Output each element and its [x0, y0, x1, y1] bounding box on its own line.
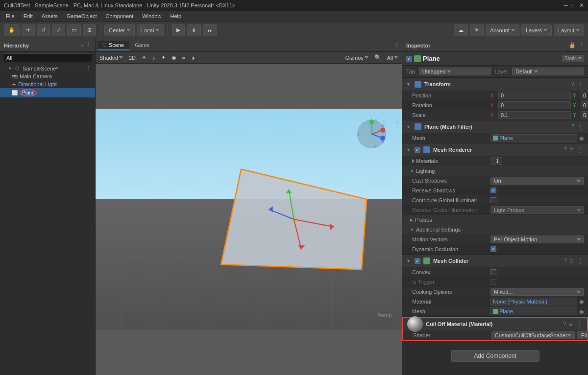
additional-settings-section[interactable]: ▼ Additional Settings [402, 225, 588, 234]
hierarchy-item-maincamera[interactable]: 📷 Main Camera [0, 72, 95, 80]
dimension-toggle[interactable]: 2D [127, 54, 138, 61]
pause-btn[interactable]: ⏸ [187, 24, 201, 36]
scale-x[interactable] [498, 111, 571, 119]
position-x[interactable] [498, 92, 571, 99]
rotation-x[interactable] [498, 101, 571, 109]
minimize-btn[interactable]: ─ [564, 2, 568, 9]
hierarchy-item-plane[interactable]: ⬜ Plane [0, 88, 95, 97]
cull-off-settings-icon[interactable]: ≡ [568, 321, 573, 328]
scene-audio-btn[interactable]: ♪ [150, 54, 157, 61]
position-y[interactable] [581, 92, 588, 99]
tab-game[interactable]: Game [130, 41, 154, 50]
menu-assets[interactable]: Assets [38, 12, 62, 20]
collider-material-ref[interactable]: None (Physic Material) [490, 298, 577, 305]
close-btn[interactable]: ✕ [579, 2, 584, 9]
collider-material-select-icon[interactable]: ◉ [579, 299, 584, 305]
lighting-section[interactable]: ▼ Lighting [402, 166, 588, 176]
search-scene-icon[interactable]: 🔍 [372, 54, 383, 61]
rotation-y[interactable] [581, 101, 588, 109]
viewport[interactable]: X Y Z X Y Persp X Y Z [96, 64, 402, 375]
inspector-menu-icon[interactable]: ⋮ [579, 42, 584, 48]
layout-dropdown[interactable]: Layout [554, 24, 584, 36]
hand-tool[interactable]: ✋ [4, 24, 20, 36]
hierarchy-search-input[interactable] [3, 53, 92, 62]
hierarchy-menu-icon[interactable]: ⋮ [86, 42, 91, 48]
mesh-collider-header[interactable]: ▼ Mesh Collider ? ≡ ⋮ [402, 255, 588, 267]
layer-dropdown[interactable]: Default [512, 68, 584, 75]
window-controls[interactable]: ─ □ ✕ [564, 2, 584, 9]
rotate-tool[interactable]: ↺ [37, 24, 50, 36]
contribute-gi-checkbox[interactable] [490, 197, 496, 203]
multi-tool[interactable]: ⊞ [83, 24, 96, 36]
step-btn[interactable]: ⏭ [203, 24, 217, 36]
transform-header[interactable]: ▼ Transform ? ⋮ [402, 78, 588, 91]
shader-edit-btn[interactable]: Edit... [577, 331, 588, 339]
space-dropdown[interactable]: Local [137, 24, 164, 36]
transform-info-icon[interactable]: ? [571, 81, 574, 88]
scale-y[interactable] [581, 111, 588, 119]
mesh-filter-more-icon[interactable]: ⋮ [576, 123, 584, 130]
samplescene-menu[interactable]: ⋮ [86, 65, 91, 71]
transform-more-icon[interactable]: ⋮ [576, 81, 584, 88]
hierarchy-item-directionallight[interactable]: ☀ Directional Light [0, 80, 95, 88]
cull-off-material-header[interactable]: Cull Off Material (Material) ? ≡ ⋮ [403, 318, 587, 330]
static-badge[interactable]: Static [562, 55, 584, 62]
menu-help[interactable]: Help [166, 12, 185, 20]
sun-btn[interactable]: ☀ [470, 24, 484, 36]
cast-shadows-dropdown[interactable]: On [490, 177, 584, 185]
hierarchy-add-icon[interactable]: + [81, 42, 84, 48]
object-active-checkbox[interactable] [406, 56, 412, 62]
add-component-btn[interactable]: Add Component [451, 350, 539, 362]
menu-edit[interactable]: Edit [20, 12, 37, 20]
receive-gi-dropdown[interactable]: Light Probes [490, 206, 584, 214]
collider-mesh-ref[interactable]: Plane [490, 307, 577, 315]
tag-dropdown[interactable]: Untagged [419, 68, 491, 75]
mesh-renderer-settings-icon[interactable]: ≡ [569, 146, 574, 153]
dynamic-occlusion-checkbox[interactable] [490, 246, 496, 252]
mesh-filter-mesh-ref[interactable]: Plane [490, 134, 577, 142]
mesh-collider-enable-check[interactable] [415, 258, 420, 264]
is-trigger-checkbox[interactable] [490, 279, 496, 285]
scene-tab-menu[interactable]: ⋮ [394, 42, 400, 49]
object-name[interactable]: Plane [423, 55, 559, 62]
rect-tool[interactable]: ▭ [67, 24, 81, 36]
cooking-options-dropdown[interactable]: Mixed... [490, 288, 584, 296]
hierarchy-item-samplescene[interactable]: ▼ ⬡ SampleScene* ⋮ [0, 64, 95, 72]
mesh-collider-more-icon[interactable]: ⋮ [576, 258, 584, 264]
play-btn[interactable]: ▶ [172, 24, 185, 36]
cloud-btn[interactable]: ☁ [454, 24, 468, 36]
pivot-dropdown[interactable]: Center [104, 24, 135, 36]
menu-component[interactable]: Component [101, 12, 137, 20]
mesh-filter-select-icon[interactable]: ◉ [579, 135, 584, 141]
menu-window[interactable]: Window [138, 12, 165, 20]
scene-skybox-btn[interactable]: ◉ [170, 54, 178, 61]
scene-lighting-btn[interactable]: ☀ [140, 54, 148, 61]
mesh-renderer-more-icon[interactable]: ⋮ [576, 146, 584, 153]
collider-mesh-select-icon[interactable]: ◉ [579, 308, 584, 315]
probes-section[interactable]: ▶ Probes [402, 215, 588, 225]
mesh-collider-info-icon[interactable]: ? [564, 258, 567, 264]
shading-dropdown[interactable]: Shaded [98, 54, 125, 61]
layers-dropdown[interactable]: Layers [521, 24, 552, 36]
all-objects-dropdown[interactable]: All [385, 54, 400, 61]
maximize-btn[interactable]: □ [572, 2, 575, 9]
gizmos-dropdown[interactable]: Gizmos [343, 54, 370, 61]
scene-fog-btn[interactable]: ≈ [180, 54, 187, 61]
mesh-renderer-enable-check[interactable] [415, 147, 420, 153]
menu-file[interactable]: File [2, 12, 19, 20]
scene-anim-btn[interactable]: ⏵ [189, 54, 198, 61]
mesh-filter-info-icon[interactable]: ? [571, 123, 574, 130]
inspector-lock-icon[interactable]: 🔒 [569, 42, 576, 48]
account-dropdown[interactable]: Account [486, 24, 519, 36]
cull-off-more-icon[interactable]: ⋮ [575, 321, 583, 328]
cull-off-info-icon[interactable]: ? [563, 321, 566, 328]
mesh-filter-header[interactable]: ▼ Plane (Mesh Filter) ? ⋮ [402, 120, 588, 133]
scale-tool[interactable]: ⤢ [52, 24, 65, 36]
tab-scene[interactable]: ⬡ Scene [98, 41, 129, 50]
mesh-renderer-header[interactable]: ▼ Mesh Renderer ? ≡ ⋮ [402, 143, 588, 156]
move-tool[interactable]: ✛ [22, 24, 35, 36]
receive-shadows-checkbox[interactable] [490, 188, 496, 193]
convex-checkbox[interactable] [490, 269, 496, 275]
scene-fx-btn[interactable]: ✦ [159, 54, 168, 61]
motion-vectors-dropdown[interactable]: Per Object Motion [490, 235, 584, 243]
